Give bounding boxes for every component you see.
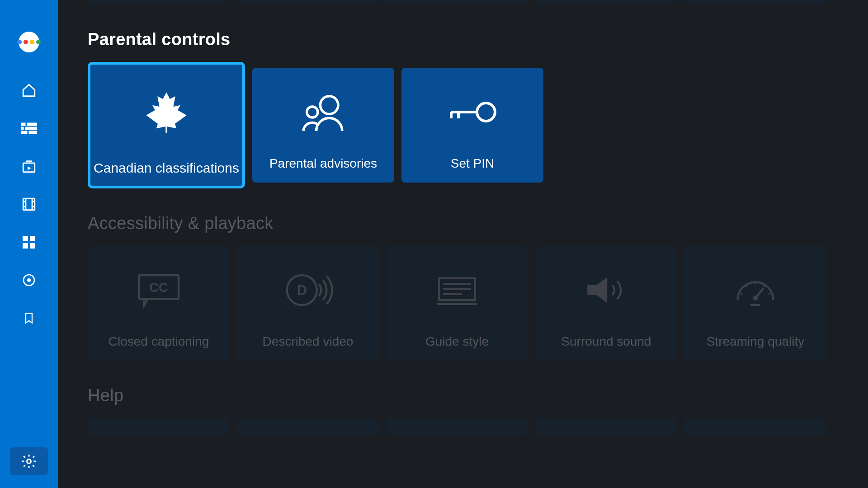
svg-rect-4 (21, 131, 27, 134)
card-personalization[interactable]: Personalization (386, 0, 528, 5)
key-icon (401, 68, 543, 156)
apps-icon[interactable] (18, 231, 40, 253)
card-help-1[interactable] (88, 418, 230, 435)
svg-marker-7 (28, 166, 31, 170)
card-help-4[interactable] (535, 418, 677, 435)
card-surround-sound[interactable]: Surround sound (535, 246, 677, 361)
main-content: Guide filters Manage favourites Personal… (58, 0, 868, 488)
card-set-pin[interactable]: Set PIN (401, 68, 543, 183)
svg-point-20 (27, 278, 31, 282)
speaker-icon (535, 246, 677, 334)
assistant-icon[interactable] (19, 32, 39, 52)
card-streaming-quality[interactable]: Streaming quality (684, 246, 826, 361)
svg-rect-15 (23, 236, 28, 241)
svg-point-24 (477, 103, 495, 121)
sidebar (0, 0, 58, 488)
card-guide-style[interactable]: Guide style (386, 246, 528, 361)
movies-icon[interactable] (18, 193, 40, 215)
settings-button[interactable] (10, 447, 48, 475)
card-label: Parental advisories (269, 156, 377, 171)
card-closed-captioning[interactable]: CC Closed captioning (88, 246, 230, 361)
card-help-5[interactable] (684, 418, 826, 435)
card-parental-advisories[interactable]: Parental advisories (252, 68, 394, 183)
svg-rect-17 (23, 244, 28, 249)
bookmark-icon[interactable] (18, 307, 40, 329)
card-label: Described video (263, 334, 354, 349)
svg-rect-5 (29, 131, 37, 134)
section-title-parental: Parental controls (88, 30, 868, 49)
card-crave[interactable]: Crave (684, 0, 826, 5)
help-row (88, 418, 868, 435)
svg-rect-18 (30, 244, 35, 249)
card-label: Streaming quality (707, 334, 804, 349)
svg-rect-1 (27, 123, 37, 126)
accessibility-row: CC Closed captioning D Described video (88, 246, 868, 361)
guide-icon[interactable] (18, 117, 40, 139)
svg-line-39 (755, 288, 764, 298)
section-title-accessibility: Accessibility & playback (88, 214, 868, 233)
ondemand-icon[interactable] (18, 155, 40, 177)
card-label: Surround sound (561, 334, 651, 349)
svg-rect-8 (23, 198, 35, 210)
svg-point-41 (741, 293, 742, 295)
people-icon (252, 68, 394, 156)
record-icon[interactable] (18, 269, 40, 291)
card-described-video[interactable]: D Described video (237, 246, 379, 361)
svg-rect-2 (21, 127, 24, 130)
svg-point-22 (320, 96, 338, 114)
home-icon[interactable] (18, 80, 40, 101)
card-help-2[interactable] (237, 418, 379, 435)
section-title-help: Help (88, 386, 868, 405)
cc-icon: CC (88, 246, 230, 334)
svg-point-42 (745, 285, 747, 287)
svg-rect-0 (21, 123, 25, 126)
card-label: Guide style (425, 334, 489, 349)
maple-leaf-icon (90, 65, 242, 160)
card-label: Canadian classifications (94, 160, 239, 176)
svg-point-44 (764, 285, 765, 287)
svg-marker-37 (587, 277, 607, 303)
svg-text:CC: CC (149, 280, 168, 295)
card-label: Set PIN (451, 156, 494, 171)
svg-rect-3 (25, 127, 37, 130)
svg-point-21 (27, 460, 31, 464)
card-guide-filters[interactable]: Guide filters (88, 0, 230, 5)
svg-text:D: D (297, 282, 307, 298)
svg-point-23 (307, 107, 318, 117)
described-video-icon: D (237, 246, 379, 334)
top-row: Guide filters Manage favourites Personal… (88, 0, 868, 5)
guide-style-icon (386, 246, 528, 334)
svg-point-43 (755, 282, 756, 284)
card-manage-favourites[interactable]: Manage favourites (237, 0, 379, 5)
parental-row: Canadian classifications Parental adviso… (88, 62, 868, 188)
svg-rect-16 (30, 236, 35, 241)
card-help-3[interactable] (386, 418, 528, 435)
card-clear-history[interactable]: Clear history (535, 0, 677, 5)
svg-point-45 (769, 293, 770, 295)
card-label: Closed captioning (108, 334, 209, 349)
card-canadian-classifications[interactable]: Canadian classifications (88, 62, 245, 188)
gauge-icon (684, 246, 826, 334)
